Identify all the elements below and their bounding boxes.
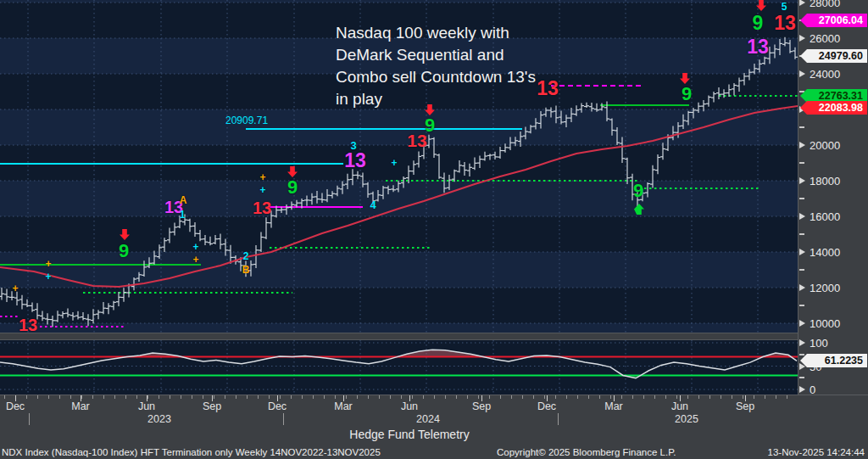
time-axis-minor-tick — [147, 395, 148, 399]
y-axis-tick — [799, 177, 805, 184]
time-axis-minor-tick — [555, 395, 556, 399]
time-axis-minor-tick — [335, 395, 336, 399]
time-axis-minor-tick — [368, 395, 369, 399]
time-axis-minor-tick — [599, 395, 600, 399]
y-axis-label: 28000 — [810, 0, 840, 8]
price-badge: 22083.98 — [800, 101, 867, 115]
title-line-3: Combo sell Countdown 13's — [336, 66, 536, 88]
time-axis-minor-tick — [302, 395, 303, 399]
time-axis-minor-tick — [291, 395, 292, 399]
y-axis-label: 10000 — [810, 318, 840, 329]
time-axis-minor-tick — [654, 395, 655, 399]
time-axis-minor-tick — [280, 395, 281, 399]
time-axis-minor-tick — [544, 395, 545, 399]
x-axis-month-label: Sep — [472, 400, 491, 412]
time-axis-minor-tick — [181, 395, 181, 399]
time-axis-minor-tick — [500, 395, 501, 399]
oscillator-panel[interactable] — [0, 340, 798, 395]
x-axis-year-label: 2025 — [675, 413, 698, 425]
x-axis-month-label: Dec — [6, 400, 25, 412]
x-axis-month-label: Jun — [671, 400, 688, 412]
time-axis-minor-tick — [721, 395, 721, 399]
oscillator-canvas — [0, 340, 798, 395]
x-axis-month-label: Sep — [203, 400, 221, 412]
time-axis-minor-tick — [401, 395, 402, 399]
oscillator-value-badge: 61.2235 — [800, 354, 867, 367]
footer-brand: Hedge Fund Telemetry — [0, 428, 819, 441]
price-badge: 22763.31 — [800, 89, 867, 103]
bloomberg-chart-window: Nasdaq 100 weekly withDeMark Sequential … — [0, 0, 868, 459]
x-axis-month-label: Mar — [604, 400, 623, 412]
y-axis-tick — [799, 249, 805, 255]
time-axis-minor-tick — [456, 395, 457, 399]
time-axis-minor-tick — [313, 395, 314, 399]
panel-divider[interactable] — [0, 333, 798, 340]
x-axis-month-label: Mar — [71, 400, 90, 412]
time-axis-minor-tick — [511, 395, 512, 399]
y-axis-tick — [799, 0, 805, 6]
time-axis-minor-tick — [765, 395, 765, 399]
time-axis-minor-tick — [26, 395, 27, 399]
y-axis-tick — [799, 35, 805, 42]
y-axis-tick — [799, 142, 805, 148]
time-axis-minor-tick — [423, 395, 424, 399]
y-axis-minor-tick — [799, 91, 804, 92]
time-axis-minor-tick — [676, 395, 677, 399]
year-separator — [283, 413, 284, 425]
time-axis-minor-tick — [743, 395, 743, 399]
time-axis-minor-tick — [467, 395, 468, 399]
y-axis-label: 24000 — [810, 69, 840, 80]
time-axis-minor-tick — [125, 395, 126, 399]
time-axis-minor-tick — [776, 395, 776, 399]
x-axis-year-label: 2023 — [147, 413, 171, 425]
time-axis-minor-tick — [732, 395, 732, 399]
x-axis-month-label: Sep — [736, 400, 754, 412]
time-axis-minor-tick — [247, 395, 248, 399]
x-axis-month-label: Jun — [138, 400, 155, 412]
time-axis-minor-tick — [621, 395, 622, 399]
price-badge: 27006.04 — [800, 14, 867, 27]
osc-axis-tick — [799, 386, 805, 393]
time-axis-minor-tick — [48, 395, 49, 399]
time-axis-minor-tick — [643, 395, 644, 399]
time-axis-minor-tick — [390, 395, 391, 399]
time-axis-minor-tick — [4, 395, 5, 399]
y-axis-minor-tick — [799, 233, 804, 235]
y-axis-tick — [799, 213, 805, 220]
status-security-description: NDX Index (Nasdaq-100 Index) HFT Termina… — [2, 447, 381, 457]
time-axis-minor-tick — [412, 395, 413, 399]
time-axis[interactable]: DecMarJunSepDecMarJunSepDecMarJunSep2023… — [0, 395, 868, 459]
time-axis-minor-tick — [478, 395, 479, 399]
time-axis-minor-tick — [632, 395, 633, 399]
time-axis-minor-tick — [214, 395, 214, 399]
time-axis-minor-tick — [203, 395, 203, 399]
time-axis-minor-tick — [665, 395, 666, 399]
time-axis-minor-tick — [379, 395, 380, 399]
time-axis-minor-tick — [59, 395, 60, 399]
time-axis-minor-tick — [258, 395, 259, 399]
time-axis-minor-tick — [70, 395, 71, 399]
y-axis-label: 12000 — [810, 283, 840, 294]
osc-axis-tick — [799, 339, 805, 346]
time-axis-minor-tick — [170, 395, 170, 399]
status-bar: NDX Index (Nasdaq-100 Index) HFT Termina… — [0, 445, 868, 459]
time-axis-minor-tick — [577, 395, 578, 399]
time-axis-minor-tick — [489, 395, 490, 399]
time-axis-minor-tick — [687, 395, 688, 399]
main-price-panel[interactable]: Nasdaq 100 weekly withDeMark Sequential … — [0, 0, 798, 333]
y-axis-label: 20000 — [810, 140, 840, 151]
time-axis-minor-tick — [37, 395, 38, 399]
title-line-1: Nasdaq 100 weekly with — [336, 22, 536, 44]
price-axis[interactable]: 2800026000240002200020000180001600014000… — [798, 0, 868, 395]
time-axis-minor-tick — [324, 395, 325, 399]
time-axis-minor-tick — [114, 395, 115, 399]
status-copyright: Copyright© 2025 Bloomberg Finance L.P. — [497, 447, 676, 457]
x-axis-month-label: Mar — [334, 400, 353, 412]
y-axis-tick — [799, 320, 805, 327]
y-axis-label: 14000 — [810, 247, 840, 258]
x-axis-month-label: Dec — [268, 400, 287, 412]
time-axis-minor-tick — [754, 395, 754, 399]
time-axis-minor-tick — [192, 395, 192, 399]
x-axis-year-label: 2024 — [416, 413, 440, 425]
title-line-4: in play — [336, 88, 536, 110]
